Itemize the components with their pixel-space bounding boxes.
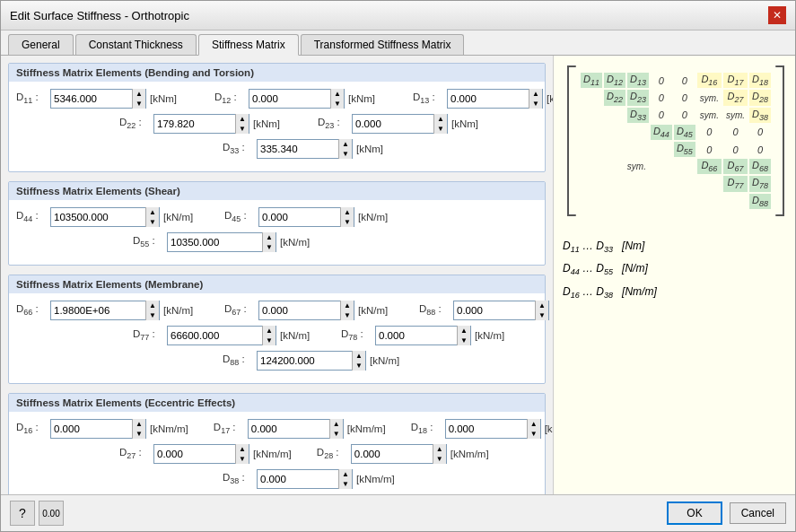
d88a-input[interactable] <box>454 305 535 316</box>
d38-down[interactable]: ▼ <box>339 479 352 489</box>
d13-input-box[interactable]: ▲ ▼ <box>447 89 543 109</box>
d27-input[interactable] <box>154 449 235 459</box>
d18-input-box[interactable]: ▲ ▼ <box>445 419 541 439</box>
d17-up[interactable]: ▲ <box>330 419 343 429</box>
d16-up[interactable]: ▲ <box>133 419 145 429</box>
d28-input[interactable] <box>352 449 433 459</box>
d28-up[interactable]: ▲ <box>433 444 446 454</box>
value-button[interactable]: 0.00 <box>39 501 64 526</box>
d11-input[interactable] <box>51 93 132 104</box>
d44-input[interactable] <box>51 212 145 222</box>
d45-down[interactable]: ▼ <box>341 217 354 227</box>
d33-input-box[interactable]: ▲ ▼ <box>257 139 353 159</box>
matrix-cell-d13: D13 <box>627 73 649 88</box>
d22-input[interactable] <box>154 118 235 129</box>
tab-constant-thickness[interactable]: Constant Thickness <box>75 34 197 55</box>
d11-down[interactable]: ▼ <box>133 99 145 109</box>
d78-up[interactable]: ▲ <box>458 326 470 336</box>
d66-label: D66 : <box>16 303 45 317</box>
d38-input-box[interactable]: ▲ ▼ <box>257 469 353 489</box>
help-button[interactable]: ? <box>10 501 35 526</box>
d27-down[interactable]: ▼ <box>236 454 249 464</box>
d88b-up[interactable]: ▲ <box>353 351 365 361</box>
d88b-input-box[interactable]: ▲ ▼ <box>257 351 366 371</box>
d17-down[interactable]: ▼ <box>330 429 343 439</box>
d88a-up[interactable]: ▲ <box>536 301 548 310</box>
d22-up[interactable]: ▲ <box>236 114 249 124</box>
tab-stiffness-matrix[interactable]: Stiffness Matrix <box>198 34 299 56</box>
d55-input[interactable] <box>168 237 262 248</box>
d16-down[interactable]: ▼ <box>133 429 145 439</box>
d88b-input[interactable] <box>258 355 352 366</box>
d88a-down[interactable]: ▼ <box>536 310 548 320</box>
d45-up[interactable]: ▲ <box>341 207 354 217</box>
tab-general[interactable]: General <box>8 34 74 55</box>
d38-input[interactable] <box>258 474 338 484</box>
d16-input-box[interactable]: ▲ ▼ <box>50 419 146 439</box>
d18-input[interactable] <box>446 423 527 434</box>
d13-input[interactable] <box>448 93 529 104</box>
ok-button[interactable]: OK <box>667 501 722 525</box>
cancel-button[interactable]: Cancel <box>730 502 786 524</box>
d44-up[interactable]: ▲ <box>146 207 159 217</box>
d13-up[interactable]: ▲ <box>529 89 542 99</box>
d67-up[interactable]: ▲ <box>341 301 354 310</box>
d67-input-box[interactable]: ▲ ▼ <box>258 301 354 320</box>
d88b-down[interactable]: ▼ <box>353 361 365 371</box>
d38-up[interactable]: ▲ <box>339 469 352 479</box>
d45-input[interactable] <box>259 212 340 222</box>
d18-up[interactable]: ▲ <box>528 419 540 429</box>
d12-input[interactable] <box>249 93 330 104</box>
d27-input-box[interactable]: ▲ ▼ <box>153 444 249 464</box>
d16-spinners: ▲ ▼ <box>132 419 145 439</box>
d16-input[interactable] <box>51 423 132 434</box>
d23-input-box[interactable]: ▲ ▼ <box>352 114 448 134</box>
d66-input-box[interactable]: ▲ ▼ <box>50 301 160 320</box>
d55-input-box[interactable]: ▲ ▼ <box>167 232 276 252</box>
d12-input-box[interactable]: ▲ ▼ <box>249 89 345 109</box>
d77-down[interactable]: ▼ <box>263 336 276 345</box>
d28-input-box[interactable]: ▲ ▼ <box>351 444 447 464</box>
d13-down[interactable]: ▼ <box>529 99 542 109</box>
matrix-cell-0g: 0 <box>697 125 722 140</box>
d11-up[interactable]: ▲ <box>133 89 145 99</box>
bending-header: Stiffness Matrix Elements (Bending and T… <box>9 64 545 82</box>
d66-up[interactable]: ▲ <box>146 301 159 310</box>
d18-down[interactable]: ▼ <box>528 429 540 439</box>
d67-input[interactable] <box>259 305 340 316</box>
d78-input-box[interactable]: ▲ ▼ <box>375 326 471 345</box>
d55-down[interactable]: ▼ <box>263 242 276 252</box>
d28-down[interactable]: ▼ <box>433 454 446 464</box>
d33-input[interactable] <box>258 144 338 154</box>
d77-up[interactable]: ▲ <box>263 326 276 336</box>
matrix-cell-d68: D68 <box>749 159 771 174</box>
d77-input[interactable] <box>168 330 262 341</box>
d12-up[interactable]: ▲ <box>331 89 344 99</box>
d44-input-box[interactable]: ▲ ▼ <box>50 207 160 227</box>
tab-transformed[interactable]: Transformed Stiffness Matrix <box>301 34 465 55</box>
d23-input[interactable] <box>353 118 433 129</box>
d23-down[interactable]: ▼ <box>434 124 447 134</box>
d12-input-group: ▲ ▼ [kNm] <box>249 89 384 109</box>
d77-input-box[interactable]: ▲ ▼ <box>167 326 276 345</box>
d22-input-box[interactable]: ▲ ▼ <box>153 114 249 134</box>
d78-input[interactable] <box>376 330 457 341</box>
d17-input-box[interactable]: ▲ ▼ <box>248 419 344 439</box>
d44-down[interactable]: ▼ <box>146 217 159 227</box>
d45-input-box[interactable]: ▲ ▼ <box>258 207 354 227</box>
d88a-input-box[interactable]: ▲ ▼ <box>453 301 549 320</box>
d22-down[interactable]: ▼ <box>236 124 249 134</box>
d55-up[interactable]: ▲ <box>263 232 276 242</box>
d17-input[interactable] <box>249 423 329 434</box>
d23-up[interactable]: ▲ <box>434 114 447 124</box>
d67-down[interactable]: ▼ <box>341 310 354 320</box>
d66-input[interactable] <box>51 305 145 316</box>
d33-down[interactable]: ▼ <box>339 149 352 159</box>
d11-input-box[interactable]: ▲ ▼ <box>50 89 146 109</box>
d78-down[interactable]: ▼ <box>458 336 470 345</box>
d66-down[interactable]: ▼ <box>146 310 159 320</box>
d27-up[interactable]: ▲ <box>236 444 249 454</box>
d12-down[interactable]: ▼ <box>331 99 344 109</box>
close-button[interactable]: ✕ <box>768 6 786 24</box>
d33-up[interactable]: ▲ <box>339 139 352 149</box>
